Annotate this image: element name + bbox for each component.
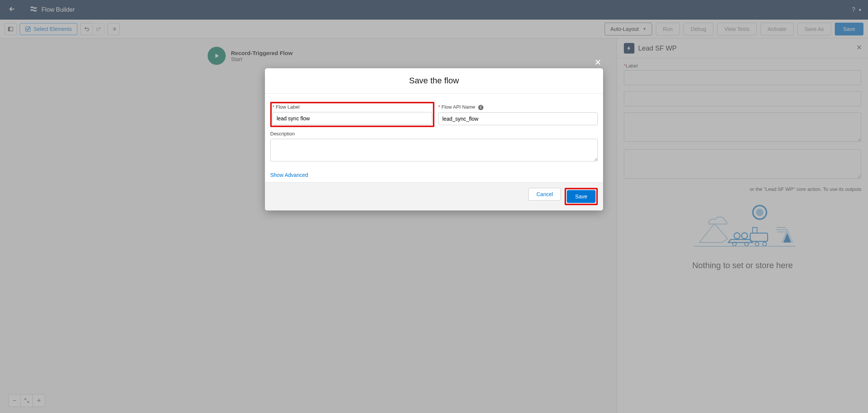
save-flow-modal: Save the flow * Flow Label * Flow API Na… — [265, 68, 603, 210]
api-name-label: Flow API Name — [442, 104, 476, 110]
description-input[interactable] — [270, 139, 598, 161]
modal-overlay: ✕ Save the flow * Flow Label * Flow API … — [0, 0, 868, 413]
flow-label-label: Flow Label — [276, 104, 300, 110]
show-advanced-link[interactable]: Show Advanced — [270, 172, 308, 178]
cancel-button[interactable]: Cancel — [528, 188, 561, 201]
info-icon[interactable]: i — [478, 105, 483, 110]
description-label: Description — [270, 131, 598, 137]
modal-title: Save the flow — [265, 76, 603, 86]
close-icon[interactable]: ✕ — [594, 58, 601, 68]
flow-label-input[interactable] — [272, 112, 432, 125]
save-button[interactable]: Save — [567, 190, 596, 203]
api-name-input[interactable] — [438, 112, 598, 125]
